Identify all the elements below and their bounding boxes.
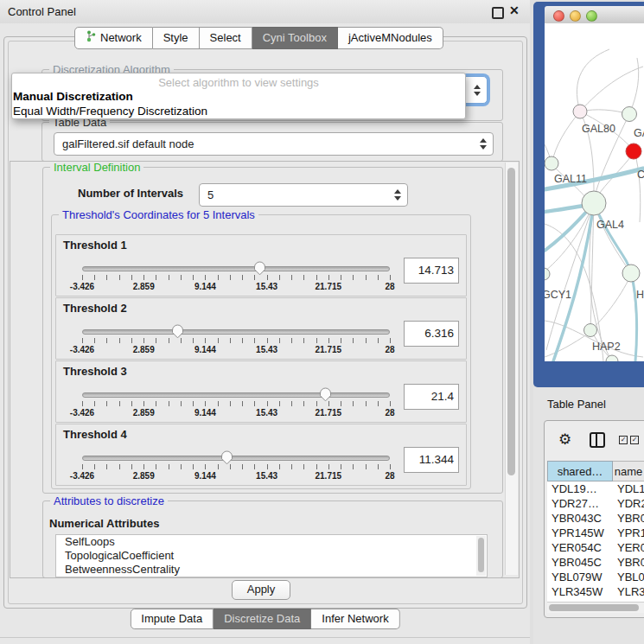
tick-label: 2.859 xyxy=(133,282,155,291)
table-row[interactable]: YBL079WYBL0 xyxy=(547,570,644,584)
tab-network[interactable]: Network xyxy=(74,27,153,49)
tick-mark xyxy=(143,275,144,280)
network-window-titlebar xyxy=(545,6,644,24)
node-bottom[interactable] xyxy=(606,355,618,361)
node-table-panel: ⚙ ✓ ✓ shared…name YDL19…YDL1YDR27…YDR2YB… xyxy=(544,420,644,618)
columns-icon[interactable] xyxy=(590,432,605,448)
tab-impute-data[interactable]: Impute Data xyxy=(130,609,214,629)
slider-handle[interactable] xyxy=(171,324,184,339)
tab-style[interactable]: Style xyxy=(153,27,200,49)
algorithm-option-manual-discretization[interactable]: Manual Discretization xyxy=(12,89,465,104)
threshold-slider[interactable]: -3.4262.8599.14415.4321.71528 xyxy=(82,387,390,418)
node-gal4[interactable] xyxy=(582,191,606,215)
node-red[interactable] xyxy=(626,143,641,159)
number-of-intervals-combobox[interactable]: 5 xyxy=(199,183,408,207)
apply-button[interactable]: Apply xyxy=(232,580,290,600)
tab-cyni-toolbox[interactable]: Cyni Toolbox xyxy=(252,27,338,49)
node-hap2[interactable] xyxy=(584,324,597,337)
table-row[interactable]: YLR345WYLR3 xyxy=(547,584,644,599)
threshold-row: Threshold 1-3.4262.8599.14415.4321.71528… xyxy=(55,234,467,296)
slider-handle[interactable] xyxy=(319,387,332,402)
tick-mark xyxy=(143,464,144,469)
threshold-slider[interactable]: -3.4262.8599.14415.4321.71528 xyxy=(82,261,390,292)
tab-select[interactable]: Select xyxy=(200,27,252,49)
gear-icon[interactable]: ⚙ xyxy=(558,430,571,448)
cell-name: YLR3 xyxy=(613,584,644,599)
column-header-name[interactable]: name xyxy=(613,461,644,481)
tick-mark xyxy=(205,401,206,406)
threshold-value-field[interactable]: 21.4 xyxy=(404,384,459,410)
scrollbar-thumb[interactable] xyxy=(507,168,515,475)
node-label: C xyxy=(637,169,644,181)
threshold-value-field[interactable]: 6.316 xyxy=(404,321,459,347)
cell-name: YDR2 xyxy=(613,496,644,511)
tab-label: jActiveMNodules xyxy=(348,31,432,44)
slider-track xyxy=(82,266,390,271)
tab-discretize-data[interactable]: Discretize Data xyxy=(214,609,311,629)
panel-vertical-scrollbar[interactable] xyxy=(505,163,518,575)
threshold-slider[interactable]: -3.4262.8599.14415.4321.71528 xyxy=(82,450,390,481)
zoom-traffic-light-icon[interactable] xyxy=(586,10,597,22)
node-label: GAL11 xyxy=(554,173,587,185)
node-gcy1[interactable] xyxy=(545,268,550,280)
cell-name: YPR1 xyxy=(613,526,644,540)
tick-label: 2.859 xyxy=(133,345,155,354)
tick-mark xyxy=(341,338,341,343)
tick-label: -3.426 xyxy=(70,282,94,291)
table-row[interactable]: YPR145WYPR1 xyxy=(547,526,644,540)
network-thick-edge xyxy=(631,273,637,361)
threshold-slider[interactable]: -3.4262.8599.14415.4321.71528 xyxy=(82,324,390,355)
tick-label: -3.426 xyxy=(70,471,94,481)
control-panel-tabs: NetworkStyleSelectCyni ToolboxjActiveMNo… xyxy=(74,27,443,49)
tick-mark xyxy=(291,275,292,280)
list-item[interactable]: TopologicalCoefficient xyxy=(56,549,487,563)
tick-mark xyxy=(303,401,304,406)
table-row[interactable]: YBR045CYBR0 xyxy=(547,555,644,570)
tick-mark xyxy=(218,464,219,469)
numerical-attributes-list[interactable]: SelfLoopsTopologicalCoefficientBetweenne… xyxy=(55,534,488,577)
table-row[interactable]: YDR27…YDR2 xyxy=(547,496,644,511)
threshold-value-field[interactable]: 14.713 xyxy=(404,258,459,284)
table-horizontal-scrollbar[interactable] xyxy=(547,602,644,613)
node-h[interactable] xyxy=(622,265,640,282)
threshold-value-field[interactable]: 11.344 xyxy=(404,447,459,473)
tick-mark xyxy=(390,464,391,469)
tab-infer-network[interactable]: Infer Network xyxy=(311,609,399,629)
tick-mark xyxy=(156,338,156,343)
number-of-intervals-label: Number of Intervals xyxy=(78,187,183,200)
scrollbar-thumb[interactable] xyxy=(478,538,484,572)
minimize-traffic-light-icon[interactable] xyxy=(570,10,581,22)
tab-jactivemnodules[interactable]: jActiveMNodules xyxy=(338,27,443,49)
slider-tick-labels: -3.4262.8599.14415.4321.71528 xyxy=(82,282,390,291)
close-icon[interactable]: ✕ xyxy=(509,3,520,17)
node-gal11[interactable] xyxy=(545,156,558,170)
table-row[interactable]: YBR043CYBR0 xyxy=(547,511,644,526)
thresholds-group: Threshold's Coordinates for 5 Intervals … xyxy=(51,214,471,489)
algorithm-placeholder-item[interactable]: Select algorithm to view settings xyxy=(12,73,465,89)
node-green-top[interactable] xyxy=(622,107,637,122)
tab-label: Network xyxy=(100,31,142,44)
checkbox-icon[interactable]: ✓ xyxy=(619,436,628,444)
float-window-icon[interactable] xyxy=(492,7,504,19)
slider-handle[interactable] xyxy=(253,261,266,276)
attributes-list-scrollbar[interactable] xyxy=(476,536,486,576)
tab-label: Discretize Data xyxy=(224,612,300,625)
tick-mark xyxy=(94,275,95,280)
node-pink[interactable] xyxy=(573,105,587,118)
close-traffic-light-icon[interactable] xyxy=(553,10,564,22)
cell-shared-name: YLR345W xyxy=(547,584,613,599)
table-row[interactable]: YDL19…YDL1 xyxy=(547,481,644,496)
slider-handle[interactable] xyxy=(220,450,233,465)
scrollbar-thumb[interactable] xyxy=(549,604,639,611)
checkbox-icon[interactable]: ✓ xyxy=(630,436,639,444)
list-item[interactable]: BetweennessCentrality xyxy=(56,563,487,577)
list-item[interactable]: SelfLoops xyxy=(56,535,487,549)
table-row[interactable]: YER054CYER0 xyxy=(547,540,644,555)
tick-mark xyxy=(82,338,83,343)
column-header-shared[interactable]: shared… xyxy=(547,461,613,481)
algorithm-option-equal-width-frequency-discretization[interactable]: Equal Width/Frequency Discretization xyxy=(12,104,465,118)
network-canvas[interactable]: GAL80GAGAL11CGAL4GCY1HHAP2 xyxy=(545,23,644,361)
tick-mark xyxy=(106,464,107,469)
table-data-combobox[interactable]: galFiltered.sif default node xyxy=(54,132,494,156)
tick-mark xyxy=(254,464,255,469)
